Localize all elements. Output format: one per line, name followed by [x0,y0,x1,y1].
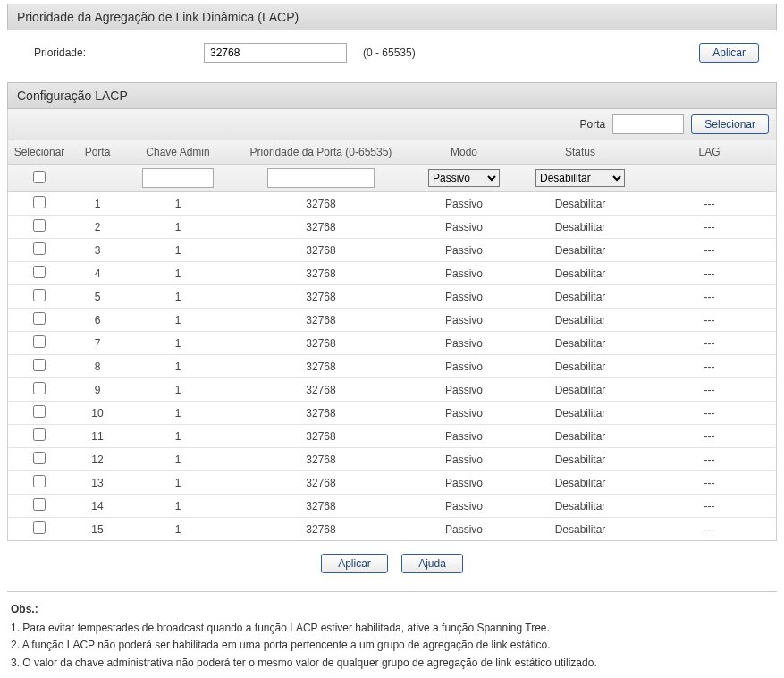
row-select-checkbox[interactable] [33,405,46,418]
divider [7,591,777,592]
row-select-checkbox[interactable] [33,521,46,534]
table-row: 3132768PassivoDesabilitar--- [8,239,776,262]
cell-admin-key: 1 [124,314,232,326]
cell-mode: Passivo [410,523,518,536]
row-select-checkbox[interactable] [33,359,46,371]
note-item: 3. O valor da chave administrativa não p… [11,655,773,672]
cell-status: Desabilitar [518,523,643,536]
row-select-checkbox[interactable] [33,219,46,232]
cell-status: Desabilitar [518,453,643,466]
cell-port: 2 [71,221,124,233]
filter-mode-select[interactable]: PassivoAtivo [428,169,500,187]
cell-port: 13 [71,477,124,489]
cell-lag: --- [643,500,776,513]
table-row: 11132768PassivoDesabilitar--- [8,425,776,448]
cell-mode: Passivo [410,500,518,513]
table-row: 9132768PassivoDesabilitar--- [8,378,776,402]
cell-admin-key: 1 [124,453,232,466]
col-header-select: Selecionar [8,146,71,158]
cell-admin-key: 1 [124,407,232,420]
apply-config-button[interactable]: Aplicar [321,554,388,573]
table-row: 7132768PassivoDesabilitar--- [8,332,776,355]
priority-label: Prioridade: [34,47,204,59]
help-button[interactable]: Ajuda [401,554,463,573]
cell-port-priority: 32768 [232,523,410,536]
cell-lag: --- [643,198,776,210]
row-select-checkbox[interactable] [33,498,46,511]
cell-admin-key: 1 [124,477,232,489]
cell-admin-key: 1 [124,291,232,303]
row-select-checkbox[interactable] [33,196,46,208]
row-select-checkbox[interactable] [33,335,46,348]
cell-lag: --- [643,477,776,489]
cell-port: 14 [71,500,124,513]
cell-port-priority: 32768 [232,314,410,326]
col-header-port-priority: Prioridade da Porta (0-65535) [232,146,410,158]
priority-range: (0 - 65535) [363,47,416,59]
table-row: 4132768PassivoDesabilitar--- [8,262,776,285]
table-row: 2132768PassivoDesabilitar--- [8,216,776,239]
cell-mode: Passivo [410,314,518,326]
cell-lag: --- [643,384,776,396]
cell-mode: Passivo [410,337,518,350]
filter-admin-key-input[interactable] [142,168,214,188]
table-row: 10132768PassivoDesabilitar--- [8,402,776,425]
cell-port: 5 [71,291,124,303]
cell-lag: --- [643,453,776,466]
cell-status: Desabilitar [518,221,643,233]
config-toolbar: Porta Selecionar [7,109,777,140]
cell-port: 1 [71,198,124,210]
row-select-checkbox[interactable] [33,428,46,441]
column-headers: Selecionar Porta Chave Admin Prioridade … [7,140,777,165]
cell-admin-key: 1 [124,430,232,443]
priority-input[interactable] [204,43,347,63]
cell-status: Desabilitar [518,267,643,280]
cell-lag: --- [643,267,776,280]
row-select-checkbox[interactable] [33,452,46,464]
cell-admin-key: 1 [124,198,232,210]
cell-status: Desabilitar [518,384,643,396]
cell-status: Desabilitar [518,337,643,350]
cell-status: Desabilitar [518,198,643,210]
cell-port-priority: 32768 [232,291,410,303]
row-select-checkbox[interactable] [33,242,46,255]
cell-admin-key: 1 [124,337,232,350]
cell-admin-key: 1 [124,221,232,233]
cell-mode: Passivo [410,360,518,373]
cell-port-priority: 32768 [232,198,410,210]
cell-port-priority: 32768 [232,384,410,396]
table-row: 5132768PassivoDesabilitar--- [8,285,776,309]
filter-status-select[interactable]: DesabilitarHabilitar [535,169,625,187]
cell-mode: Passivo [410,477,518,489]
cell-lag: --- [643,407,776,420]
filter-port-priority-input[interactable] [267,168,375,188]
row-select-checkbox[interactable] [33,382,46,394]
table-row: 6132768PassivoDesabilitar--- [8,309,776,332]
cell-port-priority: 32768 [232,360,410,373]
row-select-checkbox[interactable] [33,475,46,487]
cell-port-priority: 32768 [232,267,410,280]
apply-priority-button[interactable]: Aplicar [699,43,759,63]
row-select-checkbox[interactable] [33,266,46,278]
toolbar-select-button[interactable]: Selecionar [691,114,769,134]
cell-status: Desabilitar [518,291,643,303]
cell-lag: --- [643,291,776,303]
col-header-admin-key: Chave Admin [124,146,232,158]
filter-row: PassivoAtivo DesabilitarHabilitar [7,165,777,192]
cell-status: Desabilitar [518,477,643,489]
cell-lag: --- [643,221,776,233]
cell-status: Desabilitar [518,500,643,513]
cell-status: Desabilitar [518,407,643,420]
cell-status: Desabilitar [518,244,643,257]
row-select-checkbox[interactable] [33,312,46,325]
row-select-checkbox[interactable] [33,289,46,301]
cell-mode: Passivo [410,407,518,420]
table-row: 14132768PassivoDesabilitar--- [8,495,776,518]
cell-port-priority: 32768 [232,244,410,257]
toolbar-porta-input[interactable] [612,114,684,134]
col-header-lag: LAG [643,146,776,158]
table-row: 13132768PassivoDesabilitar--- [8,471,776,495]
cell-port: 11 [71,430,124,443]
table-scroll-area[interactable]: 1132768PassivoDesabilitar---2132768Passi… [7,192,777,541]
select-all-checkbox[interactable] [33,171,46,183]
